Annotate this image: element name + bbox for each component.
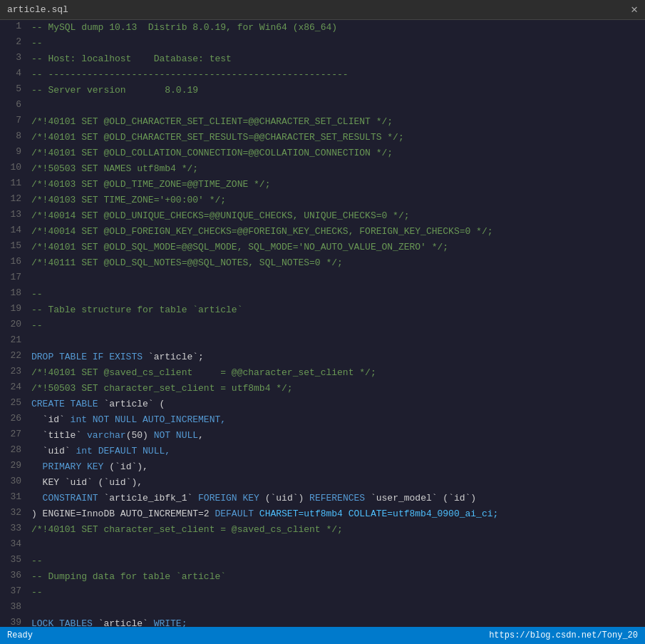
line-number: 8 <box>0 130 27 142</box>
line-row: 4-- ------------------------------------… <box>0 67 645 83</box>
line-row: 25CREATE TABLE `article` ( <box>0 397 645 412</box>
line-content: -- <box>27 585 645 600</box>
line-row: 3-- Host: localhost Database: test <box>0 51 645 67</box>
line-content: /*!50503 SET NAMES utf8mb4 */; <box>27 161 645 177</box>
line-content: DROP TABLE IF EXISTS `article`; <box>27 349 645 365</box>
line-content: /*!40014 SET @OLD_UNIQUE_CHECKS=@@UNIQUE… <box>27 208 645 224</box>
line-row: 28 `uid` int DEFAULT NULL, <box>0 444 645 459</box>
line-number: 37 <box>0 585 27 597</box>
line-number: 23 <box>0 365 27 377</box>
line-number: 13 <box>0 208 27 220</box>
line-number: 19 <box>0 302 27 315</box>
line-number: 28 <box>0 444 27 456</box>
line-number: 33 <box>0 522 27 534</box>
line-content: CONSTRAINT `article_ibfk_1` FOREIGN KEY … <box>27 491 645 506</box>
line-content: /*!40103 SET TIME_ZONE='+00:00' */; <box>27 193 645 208</box>
line-content: /*!40101 SET @OLD_SQL_MODE=@@SQL_MODE, S… <box>27 240 645 255</box>
line-content: ) ENGINE=InnoDB AUTO_INCREMENT=2 DEFAULT… <box>27 506 645 522</box>
line-content <box>27 334 645 349</box>
line-row: 6 <box>0 98 645 114</box>
line-number: 4 <box>0 67 27 79</box>
line-row: 8/*!40101 SET @OLD_CHARACTER_SET_RESULTS… <box>0 130 645 145</box>
line-row: 20-- <box>0 318 645 334</box>
line-content: `uid` int DEFAULT NULL, <box>27 444 645 459</box>
line-number: 2 <box>0 36 27 48</box>
line-row: 12/*!40103 SET TIME_ZONE='+00:00' */; <box>0 193 645 208</box>
line-content: LOCK TABLES `article` WRITE; <box>27 616 645 627</box>
line-number: 30 <box>0 475 27 487</box>
line-number: 9 <box>0 145 27 158</box>
line-content: `title` varchar(50) NOT NULL, <box>27 428 645 444</box>
line-row: 24/*!50503 SET character_set_client = ut… <box>0 381 645 397</box>
line-number: 38 <box>0 600 27 613</box>
line-row: 13/*!40014 SET @OLD_UNIQUE_CHECKS=@@UNIQ… <box>0 208 645 224</box>
line-content: -- Table structure for table `article` <box>27 302 645 318</box>
line-row: 19-- Table structure for table `article` <box>0 302 645 318</box>
line-number: 5 <box>0 83 27 95</box>
line-content: -- Server version 8.0.19 <box>27 83 645 98</box>
line-content: `id` int NOT NULL AUTO_INCREMENT, <box>27 412 645 428</box>
line-content: /*!40101 SET @OLD_CHARACTER_SET_CLIENT=@… <box>27 114 645 130</box>
line-content: /*!40101 SET @saved_cs_client = @@charac… <box>27 365 645 381</box>
line-number: 21 <box>0 334 27 346</box>
line-row: 10/*!50503 SET NAMES utf8mb4 */; <box>0 161 645 177</box>
line-number: 39 <box>0 616 27 627</box>
status-ready: Ready <box>7 630 33 640</box>
line-content: -- <box>27 553 645 569</box>
title-bar-left: article.sql <box>7 4 68 15</box>
line-content: /*!40101 SET character_set_client = @sav… <box>27 522 645 538</box>
line-number: 22 <box>0 349 27 362</box>
line-number: 12 <box>0 193 27 205</box>
line-number: 32 <box>0 506 27 518</box>
line-content: -- MySQL dump 10.13 Distrib 8.0.19, for … <box>27 20 645 36</box>
line-row: 11/*!40103 SET @OLD_TIME_ZONE=@@TIME_ZON… <box>0 177 645 193</box>
line-content: CREATE TABLE `article` ( <box>27 397 645 412</box>
line-row: 31 CONSTRAINT `article_ibfk_1` FOREIGN K… <box>0 491 645 506</box>
line-row: 2-- <box>0 36 645 51</box>
line-row: 14/*!40014 SET @OLD_FOREIGN_KEY_CHECKS=@… <box>0 224 645 240</box>
line-content: /*!40103 SET @OLD_TIME_ZONE=@@TIME_ZONE … <box>27 177 645 193</box>
line-row: 33/*!40101 SET character_set_client = @s… <box>0 522 645 538</box>
line-row: 17 <box>0 271 645 287</box>
line-content: /*!40014 SET @OLD_FOREIGN_KEY_CHECKS=@@F… <box>27 224 645 240</box>
line-row: 38 <box>0 600 645 616</box>
line-content: /*!50503 SET character_set_client = utf8… <box>27 381 645 397</box>
line-content <box>27 271 645 287</box>
line-content: /*!40101 SET @OLD_COLLATION_CONNECTION=@… <box>27 145 645 161</box>
line-content: -- <box>27 318 645 334</box>
main-window: article.sql ✕ 1-- MySQL dump 10.13 Distr… <box>0 0 645 644</box>
line-content <box>27 600 645 616</box>
line-content <box>27 538 645 553</box>
status-url: https://blog.csdn.net/Tony_20 <box>489 630 638 640</box>
line-row: 18-- <box>0 287 645 302</box>
line-number: 36 <box>0 569 27 581</box>
line-row: 26 `id` int NOT NULL AUTO_INCREMENT, <box>0 412 645 428</box>
line-number: 16 <box>0 255 27 267</box>
line-number: 15 <box>0 240 27 252</box>
line-row: 16/*!40111 SET @OLD_SQL_NOTES=@@SQL_NOTE… <box>0 255 645 271</box>
line-row: 15/*!40101 SET @OLD_SQL_MODE=@@SQL_MODE,… <box>0 240 645 255</box>
line-row: 27 `title` varchar(50) NOT NULL, <box>0 428 645 444</box>
line-content: KEY `uid` (`uid`), <box>27 475 645 491</box>
line-number: 27 <box>0 428 27 440</box>
line-number: 3 <box>0 51 27 63</box>
line-number: 26 <box>0 412 27 424</box>
window-title: article.sql <box>7 4 68 15</box>
line-row: 29 PRIMARY KEY (`id`), <box>0 459 645 475</box>
line-content: -- Dumping data for table `article` <box>27 569 645 585</box>
line-row: 34 <box>0 538 645 553</box>
line-number: 1 <box>0 20 27 32</box>
line-number: 25 <box>0 397 27 409</box>
line-content: -- <box>27 287 645 302</box>
close-button[interactable]: ✕ <box>631 4 638 16</box>
line-content: -- -------------------------------------… <box>27 67 645 83</box>
line-content: -- Host: localhost Database: test <box>27 51 645 67</box>
line-row: 35-- <box>0 553 645 569</box>
line-content: /*!40101 SET @OLD_CHARACTER_SET_RESULTS=… <box>27 130 645 145</box>
line-number: 14 <box>0 224 27 236</box>
code-editor[interactable]: 1-- MySQL dump 10.13 Distrib 8.0.19, for… <box>0 20 645 627</box>
line-number: 31 <box>0 491 27 503</box>
line-row: 22DROP TABLE IF EXISTS `article`; <box>0 349 645 365</box>
line-row: 7/*!40101 SET @OLD_CHARACTER_SET_CLIENT=… <box>0 114 645 130</box>
line-row: 36-- Dumping data for table `article` <box>0 569 645 585</box>
